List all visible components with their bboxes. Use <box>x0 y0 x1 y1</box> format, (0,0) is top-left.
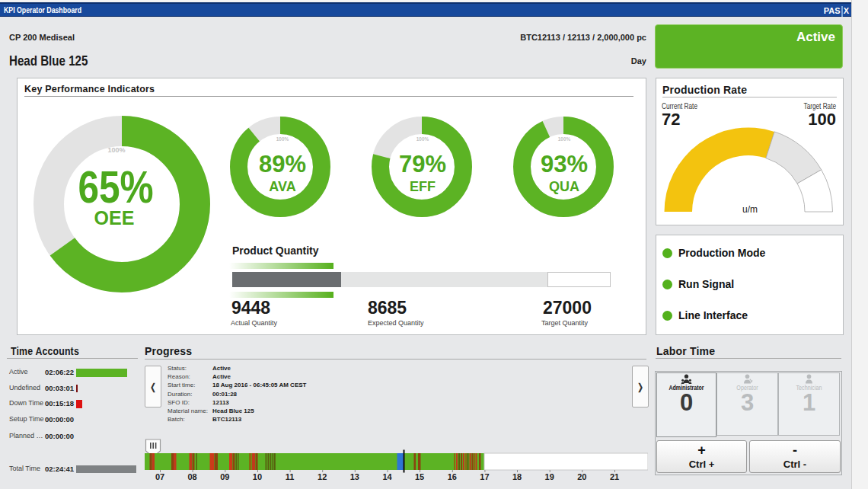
svg-text:19: 19 <box>545 472 554 481</box>
svg-text:10: 10 <box>253 472 262 481</box>
svg-text:20: 20 <box>577 472 586 481</box>
svg-text:07: 07 <box>155 472 164 481</box>
svg-text:21: 21 <box>610 472 619 481</box>
svg-text:11: 11 <box>286 472 295 481</box>
svg-text:14: 14 <box>382 472 392 481</box>
svg-text:15: 15 <box>415 472 424 481</box>
svg-text:16: 16 <box>448 472 457 481</box>
svg-text:13: 13 <box>350 472 359 481</box>
svg-text:12: 12 <box>318 472 327 481</box>
svg-text:18: 18 <box>512 472 522 481</box>
svg-text:17: 17 <box>480 472 489 481</box>
svg-text:09: 09 <box>220 472 229 481</box>
svg-text:08: 08 <box>187 472 196 481</box>
